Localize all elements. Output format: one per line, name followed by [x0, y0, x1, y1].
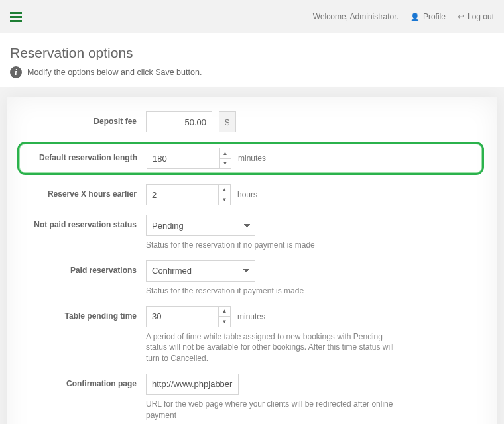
page-title: Reservation options: [0, 33, 504, 66]
default-length-up[interactable]: ▲: [219, 148, 231, 159]
help-pending-time: A period of time while table assigned to…: [146, 331, 405, 364]
welcome-text: Welcome, Administrator.: [313, 12, 399, 21]
row-pending-time: Table pending time ▲ ▼ minutes A period …: [20, 306, 484, 364]
info-icon: i: [10, 66, 22, 78]
user-icon: [410, 12, 420, 21]
menu-icon[interactable]: [10, 10, 22, 24]
topbar: Welcome, Administrator. Profile Log out: [0, 0, 504, 33]
row-paid: Paid reservations Confirmed Status for t…: [20, 260, 484, 297]
unit-default-length: minutes: [238, 154, 266, 163]
page-subtitle: Modify the options below and click Save …: [27, 68, 202, 77]
label-confirmation: Confirmation page: [20, 374, 146, 388]
logout-icon: [458, 12, 464, 21]
help-not-paid: Status for the reservation if no payment…: [146, 240, 405, 251]
topbar-right: Welcome, Administrator. Profile Log out: [313, 12, 494, 21]
label-pending-time: Table pending time: [20, 306, 146, 321]
reserve-earlier-down[interactable]: ▼: [218, 195, 230, 205]
unit-pending-time: minutes: [237, 312, 265, 321]
label-paid: Paid reservations: [20, 260, 146, 275]
form-wrapper: Deposit fee $ Default reservation length…: [0, 87, 504, 424]
row-confirmation: Confirmation page URL for the web page w…: [20, 374, 484, 421]
confirmation-input[interactable]: [146, 374, 239, 395]
paid-select[interactable]: Confirmed: [146, 260, 255, 282]
not-paid-select[interactable]: Pending: [146, 215, 255, 236]
row-not-paid: Not paid reservation status Pending Stat…: [20, 215, 484, 251]
label-default-length: Default reservation length: [21, 148, 147, 162]
currency-addon: $: [219, 111, 236, 132]
pending-time-down[interactable]: ▼: [218, 317, 230, 327]
pending-time-up[interactable]: ▲: [218, 307, 230, 317]
label-not-paid: Not paid reservation status: [20, 215, 146, 229]
profile-link[interactable]: Profile: [410, 12, 446, 21]
form-card: Deposit fee $ Default reservation length…: [7, 97, 497, 424]
help-confirmation: URL for the web page where your clients …: [146, 399, 405, 421]
label-deposit: Deposit fee: [20, 111, 146, 126]
row-reserve-earlier: Reserve X hours earlier ▲ ▼ hours: [20, 184, 484, 205]
unit-reserve-earlier: hours: [237, 190, 257, 199]
label-reserve-earlier: Reserve X hours earlier: [20, 184, 146, 199]
logout-link[interactable]: Log out: [458, 12, 494, 21]
row-deposit: Deposit fee $: [20, 111, 484, 132]
help-paid: Status for the reservation if payment is…: [146, 286, 405, 297]
default-length-down[interactable]: ▼: [219, 159, 231, 169]
deposit-input[interactable]: [146, 111, 212, 132]
page-subtitle-row: i Modify the options below and click Sav…: [0, 66, 504, 87]
row-default-length: Default reservation length ▲ ▼ minutes: [17, 142, 484, 175]
reserve-earlier-up[interactable]: ▲: [218, 185, 230, 195]
